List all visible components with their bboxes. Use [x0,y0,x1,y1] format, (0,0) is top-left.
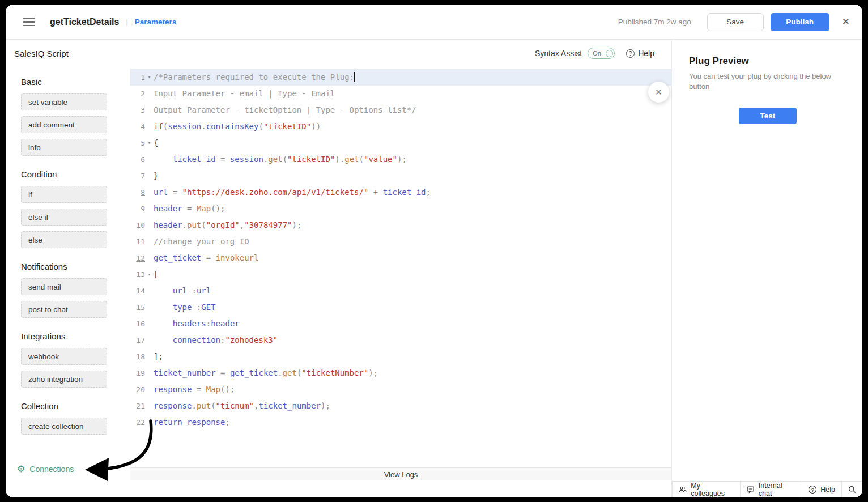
help-icon: ? [809,486,816,494]
block-chip[interactable]: set variable [21,93,107,110]
code-text: response.put("ticnum",ticket_number); [154,398,330,414]
code-line[interactable]: 20response = Map(); [130,381,671,398]
block-chip[interactable]: add comment [21,116,107,133]
block-chip[interactable]: create collection [21,418,107,435]
view-logs-link[interactable]: View Logs [384,470,418,479]
line-number: 16 [130,316,145,332]
block-chip[interactable]: send mail [21,278,107,295]
my-colleagues-label: My colleagues [691,482,734,497]
line-number: 13 [130,266,145,283]
publish-button[interactable]: Publish [771,13,829,31]
code-line[interactable]: 11//change your org ID [130,233,671,250]
search-button[interactable] [841,482,862,497]
fold-arrow-icon[interactable]: ▾ [145,266,154,283]
plug-title: getTicketDetails [50,17,119,27]
code-line[interactable]: 15 type :GET [130,299,671,316]
syntax-assist-label: Syntax Assist [535,49,582,58]
internal-chat-label: Internal chat [759,482,796,497]
fold-arrow-icon[interactable]: ▾ [145,69,154,86]
line-number: 14 [130,283,145,299]
code-text: /*Parameters required to execute the Plu… [154,69,355,86]
chat-icon [747,486,754,494]
help-label: Help [638,49,654,58]
code-text: Output Parameter - ticketOption | Type -… [154,102,416,118]
help-statusbar-label: Help [820,486,835,494]
code-line[interactable]: 8url = "https://desk.zoho.com/api/v1/tic… [130,184,671,201]
code-line[interactable]: 6 ticket_id = session.get("ticketID").ge… [130,151,671,168]
block-chip[interactable]: else if [21,209,107,226]
code-line[interactable]: 2Input Parameter - email | Type - Email [130,86,671,102]
preview-title: Plug Preview [689,56,846,67]
script-type-title: SalesIQ Script [14,49,69,58]
block-chip[interactable]: zoho integration [21,371,107,388]
line-number: 9 [130,201,145,217]
code-text: url = "https://desk.zoho.com/api/v1/tick… [154,184,431,201]
section-title: Notifications [21,262,130,271]
line-number: 2 [130,86,145,102]
people-icon [679,486,687,494]
code-line[interactable]: 3Output Parameter - ticketOption | Type … [130,102,671,118]
internal-chat-button[interactable]: Internal chat [740,482,802,497]
code-line[interactable]: 5▾{ [130,135,671,151]
line-number: 7 [130,168,145,184]
help-button[interactable]: ? Help [626,49,654,58]
section-title: Collection [21,401,130,411]
fold-gutter [145,102,154,118]
breadcrumb-parameters-link[interactable]: Parameters [135,18,177,26]
code-text: type :GET [154,299,216,316]
fold-gutter [145,316,154,332]
editor-close-button[interactable]: ✕ [648,82,669,103]
code-line[interactable]: 7} [130,168,671,184]
code-line[interactable]: 17 connection:"zohodesk3" [130,332,671,348]
code-text: ]; [154,348,163,365]
fold-gutter [145,365,154,381]
fold-gutter [145,184,154,201]
code-text: ticket_id = session.get("ticketID").get(… [154,151,407,168]
code-text: header.put("orgId","30784977"); [154,217,301,233]
toggle-state-label: On [593,50,606,57]
my-colleagues-button[interactable]: My colleagues [672,482,740,497]
help-statusbar-button[interactable]: ? Help [802,482,841,497]
code-line[interactable]: 18]; [130,348,671,365]
block-chip[interactable]: info [21,139,107,156]
fold-arrow-icon[interactable]: ▾ [145,135,154,151]
code-line[interactable]: 4if(session.containsKey("ticketID")) [130,118,671,135]
line-number: 11 [130,233,145,250]
fold-gutter [145,217,154,233]
hamburger-menu-icon[interactable] [23,18,35,27]
code-text: //change your org ID [154,233,249,250]
section-title: Integrations [21,331,130,341]
syntax-assist-toggle[interactable]: On [588,48,615,59]
close-icon[interactable]: ✕ [842,16,850,28]
code-text: [ [154,266,158,283]
code-line[interactable]: 1▾/*Parameters required to execute the P… [130,69,671,86]
code-text: { [154,135,158,151]
code-lines[interactable]: 1▾/*Parameters required to execute the P… [130,67,671,467]
block-chip[interactable]: else [21,231,107,248]
code-text: connection:"zohodesk3" [154,332,278,348]
save-button[interactable]: Save [707,13,764,31]
code-text: response = Map(); [154,381,235,398]
block-chip[interactable]: webhook [21,348,107,365]
block-chip[interactable]: if [21,186,107,203]
code-line[interactable]: 12get_ticket = invokeurl [130,250,671,266]
code-line[interactable]: 22return response; [130,414,671,431]
fold-gutter [145,233,154,250]
code-line[interactable]: 19ticket_number = get_ticket.get("ticket… [130,365,671,381]
fold-gutter [145,348,154,365]
editor-bottom-pad [130,480,671,497]
code-line[interactable]: 9header = Map(); [130,201,671,217]
block-chip[interactable]: post to chat [21,301,107,318]
connections-button[interactable]: ⚙ Connections [17,465,130,474]
code-line[interactable]: 21response.put("ticnum",ticket_number); [130,398,671,414]
section-title: Basic [21,77,130,87]
test-button[interactable]: Test [739,108,797,124]
code-editor[interactable]: 1▾/*Parameters required to execute the P… [130,67,671,497]
code-line[interactable]: 10header.put("orgId","30784977"); [130,217,671,233]
script-subheader: SalesIQ Script Syntax Assist On ? Help [6,40,671,67]
code-line[interactable]: 13▾[ [130,266,671,283]
line-number: 12 [130,250,145,266]
line-number: 17 [130,332,145,348]
code-line[interactable]: 14 url :url [130,283,671,299]
code-line[interactable]: 16 headers:header [130,316,671,332]
